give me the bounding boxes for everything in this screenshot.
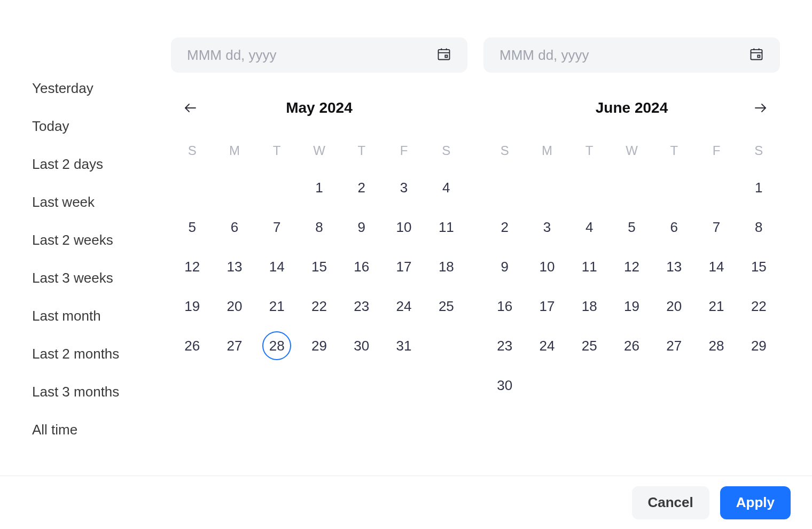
day-cell[interactable]: 2: [340, 174, 382, 201]
day-cell[interactable]: 28: [695, 332, 737, 359]
end-date-input[interactable]: MMM dd, yyyy: [483, 37, 780, 73]
weekday-label: W: [298, 138, 340, 164]
day-cell[interactable]: 20: [213, 293, 255, 320]
day-empty: [695, 174, 737, 201]
day-cell[interactable]: 21: [256, 293, 298, 320]
next-month-button[interactable]: [752, 99, 769, 116]
weekday-label: T: [340, 138, 382, 164]
day-cell[interactable]: 23: [483, 332, 526, 359]
day-cell[interactable]: 27: [213, 332, 255, 359]
day-cell[interactable]: 25: [425, 293, 467, 320]
day-cell[interactable]: 15: [298, 253, 340, 280]
day-cell[interactable]: 12: [171, 253, 213, 280]
day-cell[interactable]: 24: [526, 332, 568, 359]
main-panel: MMM dd, yyyy MMM dd, yyyy: [171, 0, 812, 529]
svg-rect-4: [445, 55, 447, 57]
day-cell[interactable]: 11: [425, 214, 467, 240]
day-cell[interactable]: 19: [611, 293, 653, 320]
day-cell[interactable]: 19: [171, 293, 213, 320]
day-cell[interactable]: 1: [738, 174, 780, 201]
day-cell[interactable]: 3: [526, 214, 568, 240]
day-cell[interactable]: 24: [382, 293, 425, 320]
day-cell[interactable]: 14: [256, 253, 298, 280]
day-empty: [171, 174, 213, 201]
weekday-label: F: [382, 138, 425, 164]
day-cell[interactable]: 14: [695, 253, 737, 280]
day-cell[interactable]: 7: [695, 214, 737, 240]
day-cell[interactable]: 5: [171, 214, 213, 240]
day-cell[interactable]: 1: [298, 174, 340, 201]
day-cell[interactable]: 18: [425, 253, 467, 280]
start-date-placeholder: MMM dd, yyyy: [187, 47, 277, 64]
day-cell[interactable]: 11: [568, 253, 611, 280]
preset-today[interactable]: Today: [32, 107, 171, 145]
preset-last-week[interactable]: Last week: [32, 183, 171, 221]
weekday-label: S: [738, 138, 780, 164]
preset-last-3-months[interactable]: Last 3 months: [32, 373, 171, 411]
day-cell[interactable]: 8: [298, 214, 340, 240]
day-cell[interactable]: 23: [340, 293, 382, 320]
day-empty: [568, 174, 611, 201]
day-cell[interactable]: 27: [653, 332, 695, 359]
day-cell[interactable]: 10: [382, 214, 425, 240]
cancel-button[interactable]: Cancel: [632, 486, 709, 519]
day-cell[interactable]: 17: [382, 253, 425, 280]
preset-last-3-weeks[interactable]: Last 3 weeks: [32, 259, 171, 297]
day-cell[interactable]: 26: [611, 332, 653, 359]
day-cell[interactable]: 31: [382, 332, 425, 359]
weekday-label: S: [171, 138, 213, 164]
weekday-label: S: [483, 138, 526, 164]
day-cell[interactable]: 18: [568, 293, 611, 320]
preset-last-2-days[interactable]: Last 2 days: [32, 145, 171, 183]
day-cell[interactable]: 7: [256, 214, 298, 240]
day-cell[interactable]: 22: [738, 293, 780, 320]
day-cell[interactable]: 16: [340, 253, 382, 280]
day-cell[interactable]: 9: [483, 253, 526, 280]
day-cell[interactable]: 30: [340, 332, 382, 359]
day-cell[interactable]: 15: [738, 253, 780, 280]
preset-last-2-months[interactable]: Last 2 months: [32, 335, 171, 373]
day-cell[interactable]: 13: [213, 253, 255, 280]
day-cell[interactable]: 25: [568, 332, 611, 359]
preset-yesterday[interactable]: Yesterday: [32, 69, 171, 107]
day-cell[interactable]: 21: [695, 293, 737, 320]
day-cell[interactable]: 28: [256, 332, 298, 359]
day-cell[interactable]: 13: [653, 253, 695, 280]
day-empty: [526, 174, 568, 201]
day-cell[interactable]: 5: [611, 214, 653, 240]
day-cell[interactable]: 8: [738, 214, 780, 240]
calendar-right-title: June 2024: [596, 99, 668, 116]
day-cell[interactable]: 16: [483, 293, 526, 320]
weekday-label: S: [425, 138, 467, 164]
day-cell[interactable]: 17: [526, 293, 568, 320]
calendar-icon: [436, 46, 451, 64]
svg-rect-9: [758, 55, 760, 57]
svg-rect-5: [751, 50, 762, 60]
day-empty: [611, 174, 653, 201]
day-cell[interactable]: 26: [171, 332, 213, 359]
calendar-icon: [749, 46, 764, 64]
day-cell[interactable]: 30: [483, 372, 526, 399]
day-cell[interactable]: 29: [738, 332, 780, 359]
weekday-label: T: [653, 138, 695, 164]
end-date-placeholder: MMM dd, yyyy: [499, 47, 589, 64]
day-cell[interactable]: 3: [382, 174, 425, 201]
prev-month-button[interactable]: [182, 99, 199, 116]
preset-last-2-weeks[interactable]: Last 2 weeks: [32, 221, 171, 259]
day-cell[interactable]: 2: [483, 214, 526, 240]
preset-all-time[interactable]: All time: [32, 411, 171, 449]
day-cell[interactable]: 6: [653, 214, 695, 240]
day-cell[interactable]: 4: [568, 214, 611, 240]
day-cell[interactable]: 12: [611, 253, 653, 280]
start-date-input[interactable]: MMM dd, yyyy: [171, 37, 467, 73]
day-cell[interactable]: 9: [340, 214, 382, 240]
day-cell[interactable]: 10: [526, 253, 568, 280]
day-cell[interactable]: 6: [213, 214, 255, 240]
calendar-right: June 2024 SMTWTFS 1234567891011121314151…: [483, 99, 780, 399]
day-cell[interactable]: 22: [298, 293, 340, 320]
day-cell[interactable]: 29: [298, 332, 340, 359]
apply-button[interactable]: Apply: [720, 486, 791, 519]
day-cell[interactable]: 4: [425, 174, 467, 201]
day-cell[interactable]: 20: [653, 293, 695, 320]
preset-last-month[interactable]: Last month: [32, 297, 171, 335]
